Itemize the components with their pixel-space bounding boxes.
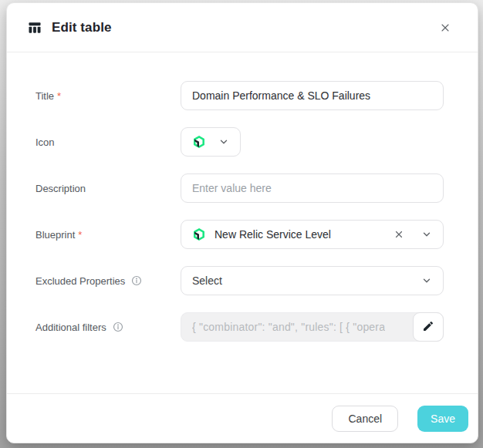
cancel-button[interactable]: Cancel: [332, 406, 398, 432]
blueprint-value: New Relic Service Level: [214, 228, 393, 241]
icon-label: Icon: [29, 136, 181, 148]
required-asterisk: *: [57, 90, 61, 102]
field-row-additional-filters: Additional filters { "combinator": "and"…: [29, 312, 444, 342]
modal-title: Edit table: [52, 20, 434, 35]
table-icon: [27, 20, 42, 35]
excluded-properties-label: Excluded Properties: [29, 275, 181, 287]
save-button[interactable]: Save: [417, 406, 468, 432]
field-row-description: Description: [29, 173, 444, 203]
close-icon[interactable]: [434, 17, 456, 39]
clear-icon[interactable]: [393, 229, 404, 240]
info-icon: [113, 322, 123, 332]
info-icon: [131, 275, 142, 286]
pencil-icon: [422, 320, 434, 335]
description-label: Description: [29, 183, 181, 194]
field-row-excluded-properties: Excluded Properties Select: [29, 266, 444, 295]
new-relic-logo-icon: [192, 135, 206, 149]
modal-footer: Cancel Save: [7, 393, 478, 443]
modal-header: Edit table: [7, 3, 478, 52]
icon-select[interactable]: [181, 127, 241, 157]
excluded-properties-select[interactable]: Select: [181, 266, 444, 295]
chevron-down-icon: [218, 136, 229, 147]
blueprint-select[interactable]: New Relic Service Level: [181, 220, 444, 249]
required-asterisk: *: [78, 229, 82, 241]
new-relic-logo-icon: [192, 227, 206, 241]
title-label: Title*: [29, 90, 181, 102]
chevron-down-icon: [421, 229, 432, 240]
field-row-icon: Icon: [29, 127, 444, 157]
excluded-properties-placeholder: Select: [192, 275, 421, 287]
title-input[interactable]: [181, 81, 444, 110]
modal-body: Title* Icon: [7, 52, 478, 393]
additional-filters-json: { "combinator": "and", "rules": [ { "ope…: [192, 321, 385, 333]
field-row-title: Title*: [29, 81, 444, 110]
blueprint-label: Blueprint*: [29, 229, 181, 241]
additional-filters-label: Additional filters: [29, 322, 181, 333]
field-row-blueprint: Blueprint* New Relic Service Level: [29, 220, 444, 249]
edit-filters-button[interactable]: [413, 312, 444, 342]
description-input[interactable]: [181, 173, 444, 203]
edit-table-modal: Edit table Title* Icon: [6, 2, 478, 443]
chevron-down-icon: [421, 275, 432, 286]
additional-filters-preview: { "combinator": "and", "rules": [ { "ope…: [181, 312, 444, 342]
